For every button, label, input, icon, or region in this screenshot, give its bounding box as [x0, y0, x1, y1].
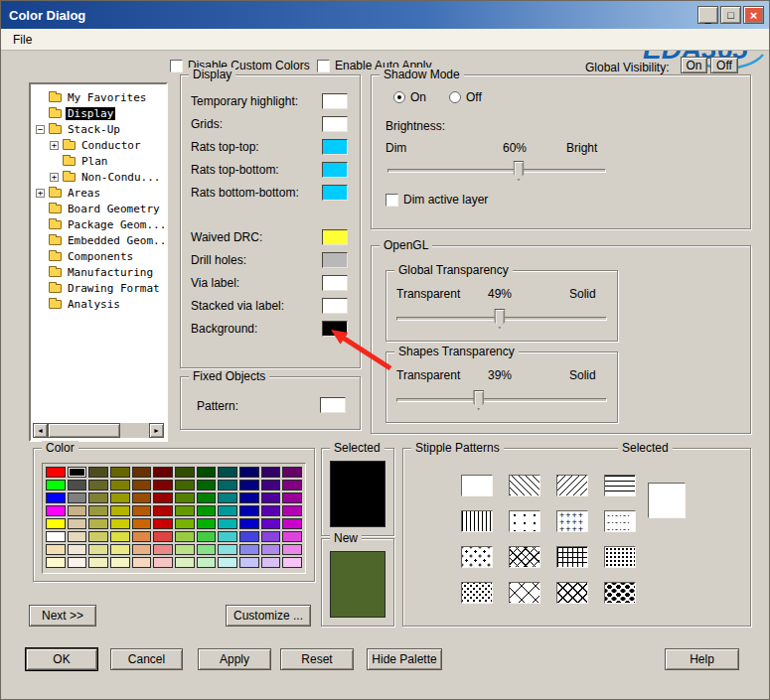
- stipple-pattern-stipple-dots[interactable]: [461, 582, 493, 604]
- checkbox-box-icon[interactable]: [317, 60, 330, 72]
- palette-color-swatch[interactable]: [197, 492, 217, 503]
- stipple-pattern-vertical-lines[interactable]: [461, 510, 493, 532]
- palette-color-swatch[interactable]: [197, 557, 217, 568]
- palette-color-swatch[interactable]: [218, 505, 237, 516]
- palette-color-swatch[interactable]: [261, 518, 281, 529]
- apply-button[interactable]: Apply: [198, 648, 271, 670]
- display-color-swatch[interactable]: [322, 321, 348, 337]
- tree-item-areas[interactable]: +Areas: [33, 185, 164, 201]
- tree-item-analysis[interactable]: Analysis: [33, 296, 164, 312]
- palette-color-swatch[interactable]: [88, 480, 108, 490]
- tree-item-board-geometry[interactable]: Board Geometry: [33, 201, 164, 216]
- palette-color-swatch[interactable]: [218, 518, 237, 529]
- palette-color-swatch[interactable]: [218, 531, 237, 542]
- customize-button[interactable]: Customize ...: [226, 605, 311, 627]
- palette-color-swatch[interactable]: [88, 518, 108, 529]
- shadow-on-radio[interactable]: [393, 91, 405, 103]
- display-color-swatch[interactable]: [322, 252, 348, 268]
- scroll-thumb[interactable]: [48, 423, 120, 438]
- stipple-pattern-diagonal-dots[interactable]: [461, 546, 493, 568]
- pattern-color-swatch[interactable]: [320, 397, 346, 413]
- palette-color-swatch[interactable]: [282, 505, 302, 516]
- checkbox-box-icon[interactable]: [170, 60, 183, 72]
- palette-color-swatch[interactable]: [132, 557, 152, 568]
- ok-button[interactable]: OK: [26, 648, 97, 670]
- stipple-pattern-polka-dots[interactable]: [604, 582, 636, 604]
- palette-color-swatch[interactable]: [132, 492, 152, 503]
- palette-color-swatch[interactable]: [110, 480, 130, 490]
- global-visibility-on-button[interactable]: On: [681, 57, 707, 73]
- palette-color-swatch[interactable]: [218, 480, 237, 490]
- display-color-swatch[interactable]: [322, 93, 348, 109]
- palette-color-swatch[interactable]: [153, 557, 173, 568]
- tree-item-non-condu-[interactable]: +Non-Condu...: [33, 169, 164, 185]
- maximize-button[interactable]: □: [720, 6, 741, 24]
- tree-item-embedded-geom-[interactable]: Embedded Geom...: [33, 232, 164, 248]
- palette-color-swatch[interactable]: [110, 544, 130, 555]
- reset-button[interactable]: Reset: [280, 648, 354, 670]
- display-color-swatch[interactable]: [322, 139, 348, 155]
- palette-color-swatch[interactable]: [46, 480, 66, 490]
- palette-color-swatch[interactable]: [175, 492, 195, 503]
- tree-item-package-geom-[interactable]: Package Geom...: [33, 216, 164, 232]
- palette-color-swatch[interactable]: [132, 505, 152, 516]
- tree-item-components[interactable]: Components: [33, 248, 164, 264]
- help-button[interactable]: Help: [665, 648, 739, 670]
- palette-color-swatch[interactable]: [68, 531, 87, 542]
- palette-color-swatch[interactable]: [153, 492, 173, 503]
- stipple-pattern-dash-dot[interactable]: -·-·-·-·-·-·-·-·-·-·-·-·: [604, 510, 636, 532]
- palette-color-swatch[interactable]: [175, 544, 195, 555]
- palette-color-swatch[interactable]: [46, 557, 66, 568]
- shadow-on-option[interactable]: On: [393, 90, 426, 104]
- stipple-pattern-diagonal-up[interactable]: [556, 475, 588, 496]
- palette-color-swatch[interactable]: [239, 531, 259, 542]
- palette-color-swatch[interactable]: [175, 505, 195, 516]
- scroll-right-icon[interactable]: ►: [149, 423, 164, 438]
- palette-color-swatch[interactable]: [68, 557, 87, 568]
- shadow-off-radio[interactable]: [449, 91, 461, 103]
- palette-color-swatch[interactable]: [153, 467, 173, 478]
- palette-color-swatch[interactable]: [282, 518, 302, 529]
- palette-color-swatch[interactable]: [46, 492, 66, 503]
- shadow-off-option[interactable]: Off: [449, 90, 482, 104]
- palette-color-swatch[interactable]: [88, 505, 108, 516]
- palette-color-swatch[interactable]: [261, 492, 281, 503]
- palette-color-swatch[interactable]: [239, 544, 259, 555]
- palette-color-swatch[interactable]: [68, 505, 87, 516]
- palette-color-swatch[interactable]: [46, 505, 66, 516]
- palette-color-swatch[interactable]: [88, 531, 108, 542]
- stipple-pattern-diagonal-down[interactable]: [509, 475, 540, 496]
- slider-thumb[interactable]: [514, 161, 525, 181]
- hide-palette-button[interactable]: Hide Palette: [367, 648, 442, 670]
- palette-color-swatch[interactable]: [239, 467, 259, 478]
- palette-color-swatch[interactable]: [110, 467, 130, 478]
- palette-color-swatch[interactable]: [68, 544, 87, 555]
- tree-hscrollbar[interactable]: ◄ ►: [33, 423, 164, 438]
- stipple-pattern-plus-grid[interactable]: ++++++++++++++++++++++++++: [556, 510, 588, 532]
- scroll-left-icon[interactable]: ◄: [33, 423, 48, 438]
- checkbox-box-icon[interactable]: [385, 194, 398, 207]
- palette-color-swatch[interactable]: [218, 467, 237, 478]
- palette-color-swatch[interactable]: [132, 480, 152, 490]
- scroll-track[interactable]: [48, 423, 149, 438]
- display-color-swatch[interactable]: [322, 116, 348, 132]
- palette-color-swatch[interactable]: [239, 518, 259, 529]
- palette-color-swatch[interactable]: [46, 544, 66, 555]
- global-transparency-slider[interactable]: [396, 309, 607, 329]
- palette-color-swatch[interactable]: [132, 544, 152, 555]
- slider-track[interactable]: [387, 169, 606, 173]
- display-color-swatch[interactable]: [322, 185, 348, 201]
- stipple-pattern-solid[interactable]: [461, 475, 493, 496]
- palette-color-swatch[interactable]: [153, 544, 173, 555]
- tree-item-drawing-format[interactable]: Drawing Format: [33, 280, 164, 296]
- palette-color-swatch[interactable]: [239, 492, 259, 503]
- stipple-pattern-dense-dots[interactable]: [604, 546, 636, 568]
- palette-color-swatch[interactable]: [175, 531, 195, 542]
- slider-thumb[interactable]: [494, 309, 505, 329]
- display-color-swatch[interactable]: [322, 275, 348, 291]
- palette-color-swatch[interactable]: [197, 480, 217, 490]
- cancel-button[interactable]: Cancel: [110, 648, 183, 670]
- palette-color-swatch[interactable]: [175, 518, 195, 529]
- palette-color-swatch[interactable]: [110, 557, 130, 568]
- stipple-pattern-crosshatch[interactable]: [509, 546, 540, 568]
